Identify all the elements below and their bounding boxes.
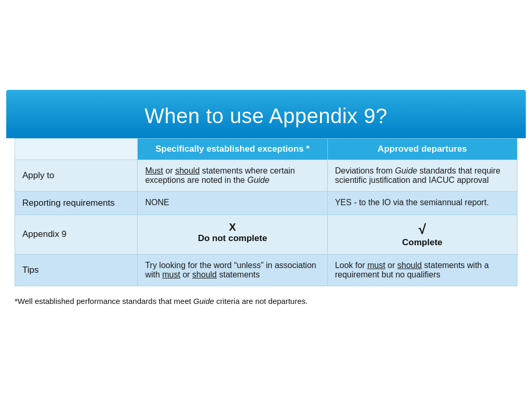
footnote: *Well established performance standards …	[6, 291, 526, 310]
x-mark: X	[145, 221, 320, 233]
table-header-row: Specifically established exceptions * Ap…	[15, 138, 517, 159]
row-exceptions-appendix: X Do not complete	[138, 215, 327, 254]
col-header-exceptions: Specifically established exceptions *	[138, 138, 327, 159]
row-exceptions-apply: Must or should statements where certain …	[138, 159, 327, 191]
guide-italic: Guide	[247, 176, 270, 184]
checkmark: √	[335, 221, 510, 237]
must-tips: must	[162, 270, 180, 279]
row-label-appendix: Appendix 9	[15, 215, 138, 254]
row-departures-reporting: YES - to the IO via the semiannual repor…	[327, 191, 517, 215]
main-table: Specifically established exceptions * Ap…	[15, 138, 517, 286]
table-row: Tips Try looking for the word “unless” i…	[15, 254, 517, 286]
must-tips-dep: must	[367, 261, 385, 270]
col-header-departures: Approved departures	[327, 138, 517, 159]
row-label-reporting: Reporting requirements	[15, 191, 138, 215]
row-label-apply: Apply to	[15, 159, 138, 191]
row-exceptions-tips: Try looking for the word “unless” in ass…	[138, 254, 327, 286]
slide: When to use Appendix 9? Specifically est…	[6, 90, 526, 310]
table-row: Reporting requirements NONE YES - to the…	[15, 191, 517, 215]
col-header-departures-text: Approved departures	[378, 144, 467, 154]
slide-header: When to use Appendix 9?	[6, 90, 526, 138]
must-text: Must	[145, 166, 163, 175]
table-container: Specifically established exceptions * Ap…	[6, 138, 526, 291]
should-tips-dep: should	[397, 261, 422, 270]
row-departures-tips: Look for must or should statements with …	[327, 254, 517, 286]
slide-title: When to use Appendix 9?	[17, 104, 515, 128]
col-header-label	[15, 138, 138, 159]
do-not-complete: Do not complete	[145, 233, 320, 244]
guide-footnote: Guide	[193, 297, 214, 305]
table-row: Apply to Must or should statements where…	[15, 159, 517, 191]
should-tips: should	[192, 270, 217, 279]
guide-italic-2: Guide	[395, 166, 417, 175]
row-exceptions-reporting: NONE	[138, 191, 327, 215]
table-row: Appendix 9 X Do not complete √ Complete	[15, 215, 517, 254]
complete-label: Complete	[335, 237, 510, 248]
row-label-tips: Tips	[15, 254, 138, 286]
col-header-exceptions-text: Specifically established exceptions *	[155, 144, 310, 154]
should-text: should	[175, 166, 200, 175]
row-departures-appendix: √ Complete	[327, 215, 517, 254]
row-departures-apply: Deviations from Guide standards that req…	[327, 159, 517, 191]
